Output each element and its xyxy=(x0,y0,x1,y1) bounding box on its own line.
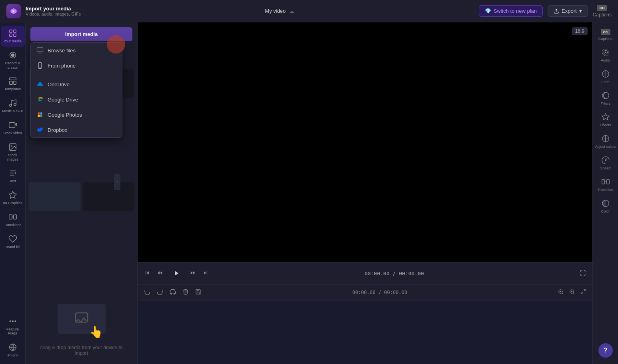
video-name: My video ☁ xyxy=(265,8,294,14)
panel-collapse-handle[interactable]: ‹ xyxy=(114,174,120,190)
project-subtitle: Videos, audio, images, GIFs xyxy=(26,12,81,16)
drag-drop-thumbnail: 👆 xyxy=(58,304,106,334)
svg-point-25 xyxy=(38,115,40,117)
sidebar-item-your-media[interactable]: Your media xyxy=(1,26,25,47)
svg-rect-41 xyxy=(602,180,604,184)
aspect-ratio-badge: 16:9 xyxy=(572,27,588,35)
switch-plan-button[interactable]: 💎 Switch to new plan xyxy=(479,5,543,17)
export-button[interactable]: Export ▾ xyxy=(548,5,588,17)
sidebar-item-transitions[interactable]: Transitions xyxy=(1,209,25,231)
delete-button[interactable] xyxy=(181,287,190,298)
undo-button[interactable] xyxy=(142,287,152,298)
skip-to-end-button[interactable] xyxy=(202,270,209,277)
svg-point-24 xyxy=(40,112,42,115)
svg-line-33 xyxy=(581,292,583,294)
svg-point-5 xyxy=(11,54,14,56)
sidebar-item-label: Stock video xyxy=(3,131,22,135)
fade-panel-item[interactable]: Fade xyxy=(594,66,618,87)
gem-icon: 💎 xyxy=(485,8,491,14)
timeline-zoom-controls xyxy=(556,287,588,297)
media-thumbnail xyxy=(29,182,80,211)
center-area: 16:9 xyxy=(138,22,592,364)
panel-label: Color xyxy=(601,209,610,213)
time-display: 00:00.00 / 00:00.00 xyxy=(364,271,424,276)
sidebar-item-label: Your media xyxy=(4,39,22,44)
right-sidebar: CC Captions Audio Fade Fil xyxy=(592,22,618,364)
svg-rect-42 xyxy=(606,180,609,184)
drag-drop-label: Drag & drop media from your device to im… xyxy=(34,345,129,356)
svg-rect-15 xyxy=(13,215,16,219)
svg-rect-6 xyxy=(9,78,16,80)
project-title: Import your media xyxy=(26,6,81,12)
rewind-button[interactable] xyxy=(157,270,163,277)
color-panel-item[interactable]: Color xyxy=(594,196,618,217)
effects-panel-item[interactable]: Effects xyxy=(594,109,618,130)
zoom-out-button[interactable] xyxy=(568,287,576,297)
save-button[interactable] xyxy=(194,287,203,298)
captions-button[interactable]: CC Captions xyxy=(593,5,612,18)
audio-icon xyxy=(601,48,610,57)
topbar: Import your media Videos, audio, images,… xyxy=(0,0,618,22)
svg-point-10 xyxy=(14,103,16,106)
svg-rect-20 xyxy=(37,48,43,52)
panel-label: Captions xyxy=(598,37,613,41)
import-dropdown: Browse files From phone OneDrive xyxy=(30,42,122,138)
onedrive-item[interactable]: OneDrive xyxy=(31,77,122,92)
sidebar-item-label: Templates xyxy=(4,87,21,91)
redo-button[interactable] xyxy=(155,287,165,298)
filters-panel-item[interactable]: Filters xyxy=(594,88,618,109)
audio-panel-item[interactable]: Audio xyxy=(594,45,618,66)
panel-label: Audio xyxy=(601,58,610,62)
adjust-colors-panel-item[interactable]: Adjust colors xyxy=(594,131,618,152)
svg-point-40 xyxy=(605,160,606,161)
sidebar-item-feature-flags[interactable]: Feature Flags xyxy=(1,314,25,339)
sidebar-item-label: Music & SFX xyxy=(2,109,23,113)
sidebar-item-record[interactable]: Record & create xyxy=(1,48,25,73)
sidebar-item-label: Stock images xyxy=(2,153,23,162)
svg-point-13 xyxy=(11,145,12,146)
import-media-button[interactable]: Import media xyxy=(30,27,132,41)
play-button[interactable] xyxy=(170,267,183,280)
sidebar-item-stock-images[interactable]: Stock images xyxy=(1,139,25,165)
main-layout: Your media Record & create Templates xyxy=(0,22,618,364)
sidebar-item-templates[interactable]: Templates xyxy=(1,74,25,95)
app-logo xyxy=(6,4,21,18)
svg-point-16 xyxy=(10,320,11,322)
google-photos-item[interactable]: Google Photos xyxy=(31,107,122,122)
playback-controls: 00:00.00 / 00:00.00 xyxy=(138,262,592,284)
from-phone-item[interactable]: From phone xyxy=(31,58,122,73)
media-panel: Import media Browse files From phone xyxy=(26,22,138,364)
sidebar-item-stock-video[interactable]: Stock video xyxy=(1,117,25,139)
dropbox-item[interactable]: Dropbox xyxy=(31,122,122,137)
video-preview: 16:9 xyxy=(138,22,592,262)
cut-button[interactable] xyxy=(168,287,178,298)
svg-point-26 xyxy=(40,115,42,117)
sidebar-item-locale[interactable]: en-US xyxy=(1,340,25,361)
skip-to-start-button[interactable] xyxy=(144,270,150,277)
transition-icon xyxy=(601,177,610,186)
svg-point-9 xyxy=(9,104,12,107)
playback-buttons xyxy=(144,267,209,280)
fit-timeline-button[interactable] xyxy=(579,287,588,297)
zoom-in-button[interactable] xyxy=(556,287,565,297)
transition-panel-item[interactable]: Transition xyxy=(594,174,618,195)
fullscreen-button[interactable] xyxy=(580,270,586,277)
captions-panel-item[interactable]: CC Captions xyxy=(594,26,618,44)
svg-rect-3 xyxy=(13,34,16,36)
google-drive-item[interactable]: Google Drive xyxy=(31,92,122,107)
left-sidebar: Your media Record & create Templates xyxy=(0,22,26,364)
browse-files-item[interactable]: Browse files xyxy=(31,43,122,58)
sidebar-item-music-sfx[interactable]: Music & SFX xyxy=(1,95,25,117)
svg-rect-7 xyxy=(9,81,12,84)
svg-rect-14 xyxy=(9,215,12,219)
sidebar-item-brand-kit[interactable]: Brand kit xyxy=(1,231,25,253)
adjust-colors-icon xyxy=(601,134,610,143)
timeline-time-display: 00:00.00 / 00:00.00 xyxy=(352,290,407,295)
sidebar-item-text[interactable]: Text xyxy=(1,165,25,187)
fast-forward-button[interactable] xyxy=(190,270,196,277)
sidebar-item-graphics[interactable]: 88 Graphics xyxy=(1,187,25,209)
speed-panel-item[interactable]: Speed xyxy=(594,153,618,173)
svg-rect-11 xyxy=(9,123,15,128)
timeline-tools xyxy=(142,287,203,298)
help-button[interactable]: ? xyxy=(598,343,613,358)
